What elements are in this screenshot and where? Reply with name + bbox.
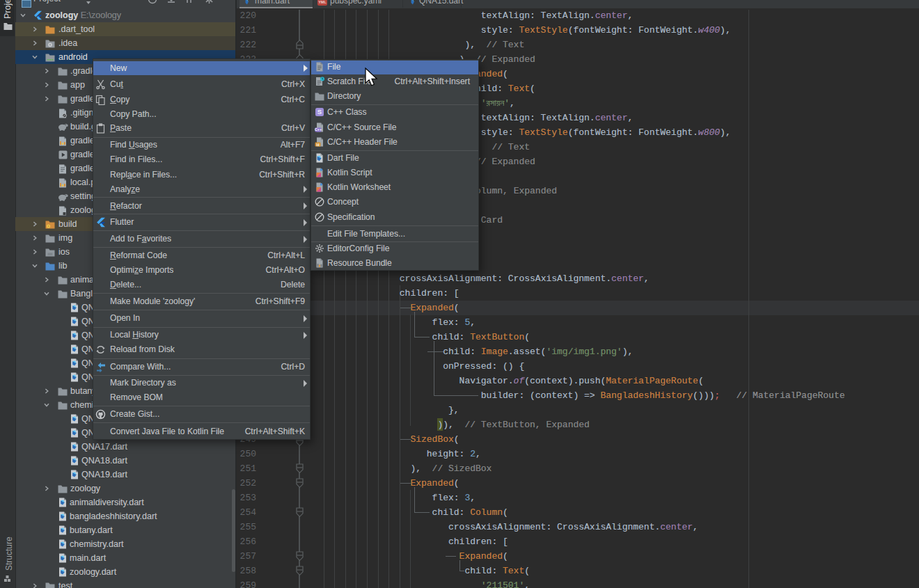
svg-text:H: H [316, 143, 319, 147]
svg-text:C++: C++ [315, 127, 322, 132]
svg-text:S: S [317, 108, 322, 116]
